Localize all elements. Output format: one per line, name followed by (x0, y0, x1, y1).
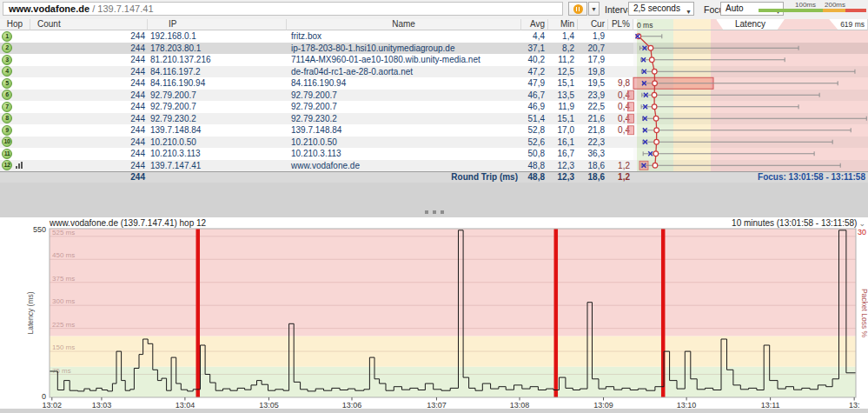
table-row[interactable]: 624492.79.200.792.79.200.746,713,523,90,… (0, 90, 868, 102)
min-cell: 15,1 (548, 77, 578, 90)
avg-cell: 47,2 (521, 66, 548, 78)
table-row[interactable]: 324481.210.137.2167114A-MX960-01-ae10-10… (0, 54, 868, 66)
column-header-min[interactable]: Min (548, 19, 578, 30)
svg-text:30: 30 (858, 228, 866, 236)
hop-cell: 11 (0, 148, 30, 160)
ip-cell: 84.116.197.2 (148, 66, 287, 78)
ip-cell: 10.210.0.50 (148, 137, 287, 149)
legend-200ms-label: 200ms (816, 1, 854, 9)
svg-text:Packet Loss %: Packet Loss % (860, 289, 868, 338)
name-cell: 7114A-MX960-01-ae10-1080.wib.unity-media… (287, 54, 521, 66)
hop-cell: 9 (0, 124, 30, 137)
column-header-pl[interactable]: PL% (608, 19, 633, 30)
avg-cell: 50,8 (521, 148, 548, 160)
table-row[interactable]: 9244139.7.148.84139.7.148.8452,817,021,8… (0, 124, 868, 137)
cur-cell: 18,6 (578, 160, 608, 172)
latency-axis-title: Latency (716, 19, 785, 30)
hop-cell: 8 (0, 113, 30, 125)
avg-cell: 46,9 (521, 101, 548, 113)
column-header-hop[interactable]: Hop (0, 19, 30, 30)
cur-cell: 23,9 (578, 90, 608, 102)
min-cell: 12,5 (548, 66, 578, 78)
min-cell: 15,1 (548, 113, 578, 125)
latency-axis-max-label: 619 ms (829, 19, 867, 30)
pause-menu-button[interactable]: ▼ (588, 2, 600, 16)
min-cell: 1,4 (548, 30, 578, 43)
table-row[interactable]: 1124410.210.3.11310.210.3.11350,816,736,… (0, 148, 868, 160)
hop-cell: 7 (0, 101, 30, 113)
latency-band-cell (633, 101, 868, 113)
column-header-name[interactable]: Name (287, 19, 521, 30)
hop-number-badge: 2 (2, 43, 12, 53)
pause-icon (573, 4, 583, 14)
ip-cell: 139.7.148.84 (148, 124, 287, 137)
latency-band-cell (633, 30, 868, 43)
hop-cell: 12 (0, 160, 30, 172)
time-range-selector[interactable]: 10 minutes (13:01:58 - 13:11:58) ⌄ (732, 218, 865, 228)
count-cell: 244 (30, 148, 148, 160)
splitter-dot (425, 210, 428, 214)
svg-text:450 ms: 450 ms (52, 251, 75, 259)
ip-cell: 10.210.3.113 (148, 148, 287, 160)
packet-loss-cell: 1,2 (608, 160, 633, 172)
ip-cell: 92.79.200.7 (148, 90, 287, 102)
pingplotter-window: www.vodafone.de / 139.7.147.41 ▼ Interva… (0, 0, 868, 413)
table-row[interactable]: 1244192.168.0.1fritz.box4,41,41,9 (0, 30, 868, 43)
avg-cell: 46,7 (521, 90, 548, 102)
name-cell: ip-178-203-80-1.hsi10.unitymediagroup.de (287, 43, 521, 55)
name-cell: fritz.box (287, 30, 521, 43)
target-input[interactable]: www.vodafone.de / 139.7.147.41 (3, 2, 563, 16)
packet-loss-cell: 0,4 (608, 124, 633, 137)
hop-number-badge: 3 (2, 55, 12, 65)
hop-number-badge: 5 (2, 78, 12, 89)
table-row[interactable]: 2244178.203.80.1ip-178-203-80-1.hsi10.un… (0, 43, 868, 55)
table-row[interactable]: 724492.79.200.792.79.200.746,911,922,50,… (0, 101, 868, 113)
target-separator: / (89, 3, 97, 14)
hop-number-badge: 12 (2, 160, 12, 170)
column-header-avg[interactable]: Avg (521, 19, 548, 30)
min-cell: 16,7 (548, 148, 578, 160)
interval-select[interactable]: 2,5 seconds ▼ (628, 2, 694, 16)
count-cell: 244 (30, 113, 148, 125)
avg-cell: 47,9 (521, 77, 548, 90)
ip-cell: 192.168.0.1 (148, 30, 287, 43)
cur-cell: 36,3 (578, 148, 608, 160)
packet-loss-cell (608, 43, 633, 55)
splitter-dot (441, 210, 444, 214)
cur-cell: 19,5 (578, 77, 608, 90)
cur-cell: 22,3 (578, 137, 608, 149)
min-cell: 16,1 (548, 137, 578, 149)
legend-segment (823, 9, 845, 12)
min-cell: 17,0 (548, 124, 578, 137)
count-cell: 244 (30, 124, 148, 137)
table-row[interactable]: 424484.116.197.2de-fra04d-rc1-ae-28-0.ao… (0, 66, 868, 78)
latency-axis-min-label: 0 ms (637, 20, 653, 30)
column-header-ip[interactable]: IP (148, 19, 287, 30)
toolbar: www.vodafone.de / 139.7.147.41 ▼ Interva… (0, 0, 868, 20)
name-cell: 10.210.0.50 (287, 137, 521, 149)
table-row[interactable]: 524484.116.190.9484.116.190.9447,915,119… (0, 77, 868, 90)
svg-text:525 ms: 525 ms (52, 229, 75, 236)
count-cell: 244 (30, 101, 148, 113)
count-cell: 244 (30, 30, 148, 43)
name-cell: de-fra04d-rc1-ae-28-0.aorta.net (287, 66, 521, 78)
chevron-down-icon: ⌄ (858, 220, 865, 227)
hop-cell: 3 (0, 54, 30, 66)
pause-button[interactable] (568, 2, 587, 16)
avg-cell: 48,8 (521, 160, 548, 172)
cur-cell: 19,8 (578, 66, 608, 78)
count-cell: 244 (30, 66, 148, 78)
packet-loss-cell (608, 137, 633, 149)
column-header-latency[interactable]: 0 ms Latency 619 ms (633, 19, 868, 30)
splitter-dot (433, 210, 436, 214)
name-cell: 92.79.200.7 (287, 101, 521, 113)
splitter-handle[interactable] (0, 183, 868, 217)
time-range-label: 10 minutes (13:01:58 - 13:11:58) (732, 218, 857, 228)
table-row[interactable]: 824492.79.230.292.79.230.251,415,121,60,… (0, 113, 868, 125)
table-row[interactable]: 12244139.7.147.41www.vodafone.de48,812,3… (0, 160, 868, 172)
table-row[interactable]: 1024410.210.0.5010.210.0.5052,616,122,3 (0, 137, 868, 149)
column-header-cur[interactable]: Cur (578, 19, 608, 30)
latency-band-cell (633, 90, 868, 102)
column-header-count[interactable]: Count (30, 19, 148, 30)
count-cell: 244 (30, 90, 148, 102)
